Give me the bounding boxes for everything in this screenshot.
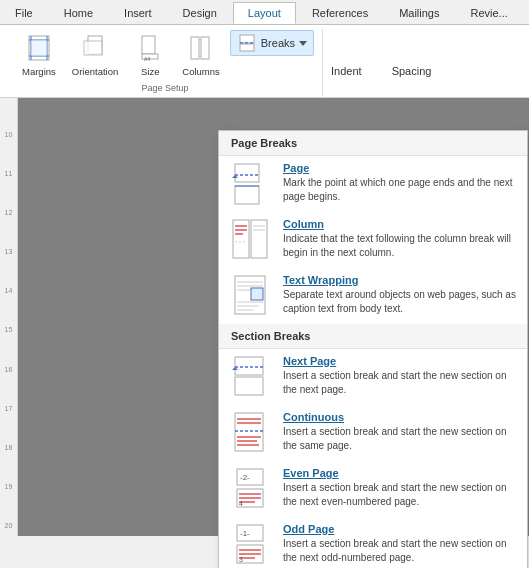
- svg-rect-11: [191, 37, 199, 59]
- tab-file[interactable]: File: [0, 2, 48, 24]
- tab-layout[interactable]: Layout: [233, 2, 296, 24]
- breaks-dropdown-arrow: [299, 39, 307, 47]
- break-continuous-icon: [229, 411, 273, 455]
- svg-rect-12: [201, 37, 209, 59]
- orientation-button[interactable]: Orientation: [66, 30, 124, 79]
- ruler-mark-10: 10: [0, 125, 17, 145]
- indent-label: Indent: [331, 65, 362, 77]
- svg-text:A4: A4: [144, 56, 150, 62]
- size-button[interactable]: A4 Size: [128, 30, 172, 79]
- break-odd-page-title: Odd Page: [283, 523, 517, 535]
- svg-rect-38: [235, 357, 263, 375]
- svg-rect-17: [235, 164, 259, 182]
- breaks-dropdown: Page Breaks Page Mark the point at which…: [218, 130, 528, 568]
- svg-rect-8: [142, 36, 155, 54]
- columns-label: Columns: [182, 66, 220, 77]
- break-even-page-item[interactable]: -2- 4 Even Page Insert a section break a…: [219, 461, 527, 517]
- page-breaks-header: Page Breaks: [219, 131, 527, 156]
- tab-insert[interactable]: Insert: [109, 2, 167, 24]
- break-next-page-item[interactable]: Next Page Insert a section break and sta…: [219, 349, 527, 405]
- svg-marker-16: [299, 41, 307, 46]
- break-page-item[interactable]: Page Mark the point at which one page en…: [219, 156, 527, 212]
- tab-review[interactable]: Revie...: [456, 2, 523, 24]
- ribbon: File Home Insert Design Layout Reference…: [0, 0, 529, 98]
- break-odd-page-item[interactable]: -1- 3 Odd Page Insert a section break an…: [219, 517, 527, 568]
- break-text-wrapping-desc: Separate text around objects on web page…: [283, 288, 517, 316]
- orientation-icon: [79, 32, 111, 64]
- ruler-mark-15: 15: [0, 320, 17, 340]
- break-column-title: Column: [283, 218, 517, 230]
- break-continuous-title: Continuous: [283, 411, 517, 423]
- ruler-mark-17: 17: [0, 399, 17, 419]
- break-even-page-title: Even Page: [283, 467, 517, 479]
- vertical-ruler: 10 11 12 13 14 15 16 17 18 19 20: [0, 98, 18, 536]
- svg-text:3: 3: [239, 556, 243, 563]
- break-even-page-icon: -2- 4: [229, 467, 273, 511]
- break-even-page-desc: Insert a section break and start the new…: [283, 481, 517, 509]
- tab-home[interactable]: Home: [49, 2, 108, 24]
- breaks-button[interactable]: Breaks: [230, 30, 314, 56]
- svg-rect-13: [240, 35, 254, 43]
- ruler-mark-20: 20: [0, 516, 17, 536]
- break-odd-page-text: Odd Page Insert a section break and star…: [283, 523, 517, 565]
- tab-mailings[interactable]: Mailings: [384, 2, 454, 24]
- break-column-item[interactable]: Column Indicate that the text following …: [219, 212, 527, 268]
- svg-rect-34: [251, 288, 263, 300]
- size-label: Size: [141, 66, 159, 77]
- break-page-title: Page: [283, 162, 517, 174]
- ruler-mark-18: 18: [0, 438, 17, 458]
- ribbon-content: Margins Orientation: [0, 25, 529, 97]
- break-page-text: Page Mark the point at which one page en…: [283, 162, 517, 204]
- section-breaks-header: Section Breaks: [219, 324, 527, 349]
- ruler-mark-12: 12: [0, 203, 17, 223]
- margins-label: Margins: [22, 66, 56, 77]
- svg-rect-20: [235, 186, 259, 204]
- break-continuous-text: Continuous Insert a section break and st…: [283, 411, 517, 453]
- svg-rect-5: [31, 40, 47, 56]
- ruler-mark-14: 14: [0, 281, 17, 301]
- spacing-label: Spacing: [392, 65, 432, 77]
- break-next-page-title: Next Page: [283, 355, 517, 367]
- break-column-text: Column Indicate that the text following …: [283, 218, 517, 260]
- svg-text:-2-: -2-: [240, 473, 250, 482]
- breaks-icon: [237, 33, 257, 53]
- columns-icon: [185, 32, 217, 64]
- break-odd-page-desc: Insert a section break and start the new…: [283, 537, 517, 565]
- page-setup-group: Margins Orientation: [8, 29, 323, 97]
- ruler-mark-11: 11: [0, 164, 17, 184]
- break-page-icon: [229, 162, 273, 206]
- tab-references[interactable]: References: [297, 2, 383, 24]
- page-setup-label: Page Setup: [141, 81, 188, 97]
- break-text-wrapping-title: Text Wrapping: [283, 274, 517, 286]
- break-text-wrapping-text: Text Wrapping Separate text around objec…: [283, 274, 517, 316]
- break-continuous-item[interactable]: Continuous Insert a section break and st…: [219, 405, 527, 461]
- break-next-page-text: Next Page Insert a section break and sta…: [283, 355, 517, 397]
- break-continuous-desc: Insert a section break and start the new…: [283, 425, 517, 453]
- break-column-icon: [229, 218, 273, 262]
- break-odd-page-icon: -1- 3: [229, 523, 273, 567]
- ruler-mark-13: 13: [0, 242, 17, 262]
- svg-text:4: 4: [239, 500, 243, 507]
- margins-button[interactable]: Margins: [16, 30, 62, 79]
- margins-icon: [23, 32, 55, 64]
- break-text-wrapping-item[interactable]: Text Wrapping Separate text around objec…: [219, 268, 527, 324]
- tab-bar: File Home Insert Design Layout Reference…: [0, 0, 529, 25]
- break-next-page-desc: Insert a section break and start the new…: [283, 369, 517, 397]
- svg-text:-1-: -1-: [240, 529, 250, 538]
- orientation-label: Orientation: [72, 66, 118, 77]
- svg-rect-41: [235, 377, 263, 395]
- break-text-wrapping-icon: [229, 274, 273, 318]
- ruler-mark-19: 19: [0, 477, 17, 497]
- break-next-page-icon: [229, 355, 273, 399]
- size-icon: A4: [134, 32, 166, 64]
- break-column-desc: Indicate that the text following the col…: [283, 232, 517, 260]
- break-page-desc: Mark the point at which one page ends an…: [283, 176, 517, 204]
- ruler-mark-16: 16: [0, 360, 17, 380]
- tab-design[interactable]: Design: [168, 2, 232, 24]
- breaks-label: Breaks: [261, 37, 295, 49]
- columns-button[interactable]: Columns: [176, 30, 226, 79]
- page-setup-buttons: Margins Orientation: [16, 30, 314, 79]
- svg-rect-7: [84, 41, 102, 55]
- break-even-page-text: Even Page Insert a section break and sta…: [283, 467, 517, 509]
- svg-rect-15: [240, 44, 254, 51]
